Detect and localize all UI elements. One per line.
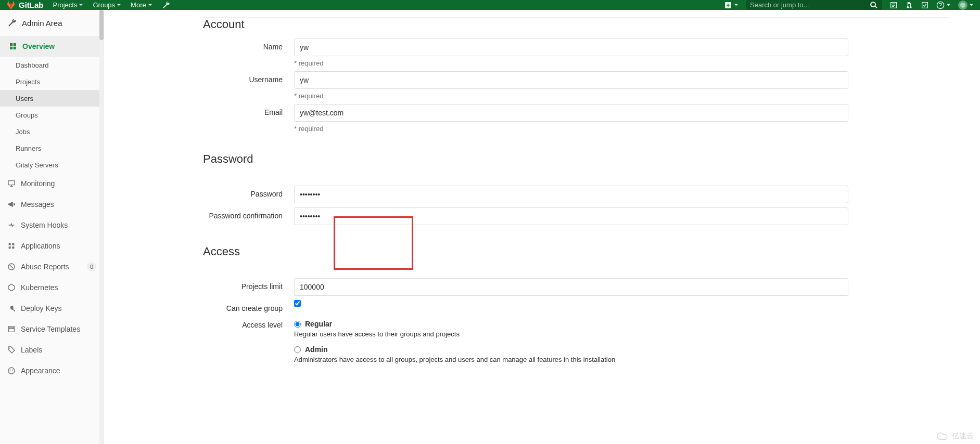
sidebar-item-label: Messages bbox=[21, 200, 54, 208]
search-input[interactable] bbox=[750, 1, 870, 9]
sidebar-item-abuse-reports[interactable]: Abuse Reports 0 bbox=[0, 256, 104, 277]
radio-row-regular: Regular bbox=[294, 320, 848, 328]
issues-icon[interactable] bbox=[889, 1, 898, 9]
sub-label: Projects bbox=[16, 78, 40, 86]
svg-point-6 bbox=[10, 370, 11, 371]
sidebar-title-text: Admin Area bbox=[22, 19, 62, 28]
merge-requests-icon[interactable] bbox=[905, 1, 913, 9]
sub-label: Users bbox=[16, 95, 33, 102]
sidebar-item-service-templates[interactable]: Service Templates bbox=[0, 319, 104, 339]
menu-projects[interactable]: Projects bbox=[53, 1, 84, 9]
label-password: Password bbox=[203, 186, 294, 198]
sidebar-sub-jobs[interactable]: Jobs bbox=[0, 123, 104, 140]
checkbox-can-create-group[interactable] bbox=[294, 300, 301, 307]
brand[interactable]: GitLab bbox=[6, 1, 44, 10]
gitlab-logo-icon bbox=[6, 1, 16, 10]
radio-admin[interactable] bbox=[294, 346, 301, 353]
sidebar-item-label: Labels bbox=[21, 346, 42, 354]
plus-icon bbox=[724, 1, 732, 9]
watermark: 亿速云 bbox=[936, 432, 974, 441]
input-username[interactable] bbox=[294, 71, 848, 89]
user-menu[interactable] bbox=[958, 1, 974, 10]
sidebar-item-system-hooks[interactable]: System Hooks bbox=[0, 215, 104, 236]
menu-groups-label: Groups bbox=[93, 1, 115, 9]
search-box[interactable] bbox=[746, 0, 882, 10]
sidebar-sub-dashboard[interactable]: Dashboard bbox=[0, 57, 104, 73]
avatar bbox=[958, 1, 968, 10]
label-password-confirmation: Password confirmation bbox=[203, 207, 294, 220]
input-email[interactable] bbox=[294, 104, 848, 122]
sidebar-item-applications[interactable]: Applications bbox=[0, 236, 104, 256]
sidebar-item-appearance[interactable]: Appearance bbox=[0, 360, 104, 381]
sidebar-item-label: Kubernetes bbox=[21, 283, 58, 292]
new-dropdown[interactable] bbox=[724, 1, 739, 9]
input-password-confirmation[interactable] bbox=[294, 207, 848, 225]
tag-icon bbox=[7, 346, 16, 354]
sidebar-sub-runners[interactable]: Runners bbox=[0, 140, 104, 156]
desc-regular: Regular users have access to their group… bbox=[294, 330, 848, 338]
sidebar-item-label: Monitoring bbox=[21, 179, 55, 188]
sidebar-item-label: Appearance bbox=[21, 367, 60, 375]
svg-point-1 bbox=[960, 3, 965, 8]
row-password-confirmation: Password confirmation bbox=[203, 207, 949, 225]
svg-point-7 bbox=[12, 370, 13, 371]
sub-label: Runners bbox=[16, 145, 41, 152]
label-can-create-group: Can create group bbox=[203, 300, 294, 312]
sidebar-sub-projects[interactable]: Projects bbox=[0, 73, 104, 90]
label-username: Username bbox=[203, 71, 294, 84]
radio-regular[interactable] bbox=[294, 321, 301, 328]
sidebar-sub-gitaly[interactable]: Gitaly Servers bbox=[0, 156, 104, 173]
row-email: Email * required bbox=[203, 104, 949, 133]
key-icon bbox=[7, 304, 16, 312]
menu-more-label: More bbox=[131, 1, 146, 9]
svg-point-4 bbox=[9, 348, 10, 349]
overview-icon bbox=[9, 42, 17, 50]
sidebar-sub-groups[interactable]: Groups bbox=[0, 107, 104, 123]
radio-admin-label[interactable]: Admin bbox=[305, 345, 328, 354]
input-name[interactable] bbox=[294, 38, 848, 56]
menu-more[interactable]: More bbox=[131, 1, 152, 9]
search-icon bbox=[870, 1, 878, 9]
menu-groups[interactable]: Groups bbox=[93, 1, 121, 9]
help-dropdown[interactable] bbox=[936, 1, 951, 9]
desc-admin: Administrators have access to all groups… bbox=[294, 356, 848, 363]
sidebar-item-label: Abuse Reports bbox=[21, 263, 69, 271]
megaphone-icon bbox=[7, 200, 16, 208]
row-username: Username * required bbox=[203, 71, 949, 100]
watermark-text: 亿速云 bbox=[952, 432, 974, 441]
top-menu: Projects Groups More bbox=[53, 0, 170, 10]
topbar-right bbox=[724, 0, 974, 10]
topbar: GitLab Projects Groups More bbox=[0, 0, 980, 10]
sidebar-item-overview[interactable]: Overview bbox=[0, 36, 104, 57]
sidebar-item-kubernetes[interactable]: Kubernetes bbox=[0, 277, 104, 298]
todos-icon[interactable] bbox=[921, 1, 929, 9]
abuse-count-badge: 0 bbox=[87, 262, 96, 271]
row-name: Name * required bbox=[203, 38, 949, 67]
sidebar-item-label: Deploy Keys bbox=[21, 304, 62, 312]
label-projects-limit: Projects limit bbox=[203, 278, 294, 291]
row-projects-limit: Projects limit bbox=[203, 278, 949, 296]
sidebar-item-messages[interactable]: Messages bbox=[0, 194, 104, 215]
scrollbar-thumb[interactable] bbox=[99, 10, 104, 40]
sidebar-item-label: Service Templates bbox=[21, 325, 80, 333]
sidebar-sub-users[interactable]: Users bbox=[0, 90, 104, 107]
sidebar-item-labels[interactable]: Labels bbox=[0, 339, 104, 360]
sidebar-item-label: System Hooks bbox=[21, 221, 68, 229]
sub-label: Jobs bbox=[16, 128, 30, 136]
sidebar-item-deploy-keys[interactable]: Deploy Keys bbox=[0, 298, 104, 319]
sidebar: Admin Area Overview Dashboard Projects U… bbox=[0, 10, 104, 444]
sidebar-title[interactable]: Admin Area bbox=[0, 10, 104, 36]
abuse-icon bbox=[7, 263, 16, 271]
admin-wrench-icon[interactable] bbox=[162, 1, 170, 9]
chevron-down-icon bbox=[117, 3, 121, 7]
label-access-level: Access level bbox=[203, 317, 294, 329]
section-password: Password Password Password confirmation bbox=[203, 146, 949, 229]
input-password[interactable] bbox=[294, 186, 848, 203]
radio-regular-label[interactable]: Regular bbox=[305, 320, 332, 328]
label-name: Name bbox=[203, 38, 294, 51]
input-projects-limit[interactable] bbox=[294, 278, 848, 296]
kubernetes-icon bbox=[7, 283, 16, 292]
help-name: * required bbox=[294, 59, 848, 67]
sidebar-item-monitoring[interactable]: Monitoring bbox=[0, 173, 104, 194]
svg-marker-3 bbox=[8, 284, 15, 291]
